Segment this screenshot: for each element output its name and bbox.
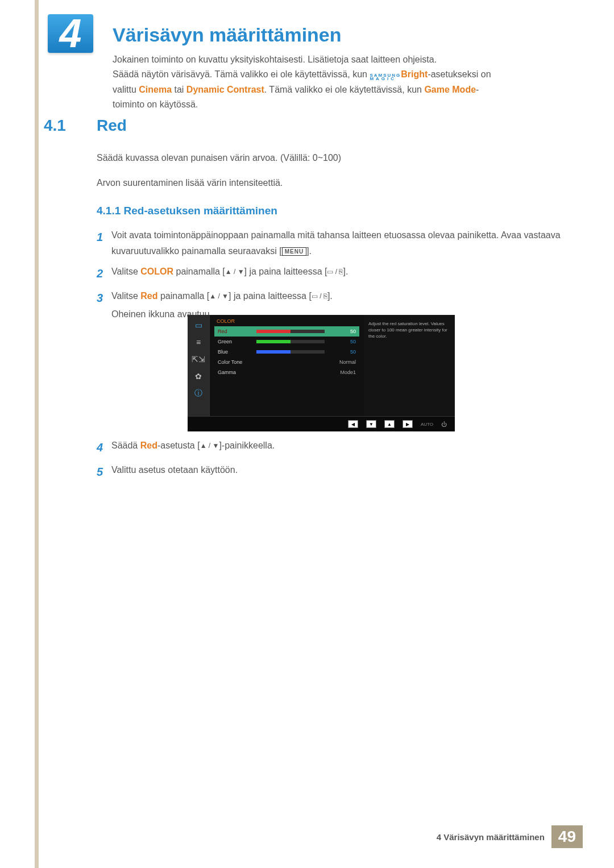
step-5: 5 Valittu asetus otetaan käyttöön. (97, 462, 563, 482)
osd-screenshot: ▭ ≡ ⇱⇲ ✿ ⓘ COLOR Red 50 Green 50 Blue 50… (188, 315, 455, 431)
osd-row-colortone: Color Tone Normal (214, 357, 359, 367)
subsection-title: 4.1.1 Red-asetuksen määrittäminen (97, 205, 277, 217)
chapter-title: Värisävyn määrittäminen (113, 24, 342, 46)
osd-panel-title: COLOR (214, 318, 359, 324)
info-icon: ⓘ (192, 388, 205, 399)
sidebar-strip (35, 0, 39, 868)
osd-row-blue: Blue 50 (214, 347, 359, 357)
chapter-intro: Jokainen toiminto on kuvattu yksityiskoh… (113, 52, 562, 113)
page-footer: 4 Värisävyn määrittäminen 49 (437, 825, 583, 848)
up-arrow-icon: ▲ (384, 420, 395, 428)
section-title: Red (97, 117, 127, 135)
osd-footer: ◀ ▼ ▲ ▶ AUTO ⏻ (188, 416, 455, 431)
power-icon: ⏻ (441, 421, 447, 427)
osd-sidebar: ▭ ≡ ⇱⇲ ✿ ⓘ (188, 315, 209, 416)
page-number: 49 (551, 825, 583, 848)
footer-chapter-label: 4 Värisävyn määrittäminen (437, 832, 551, 842)
right-arrow-icon: ▶ (403, 420, 413, 428)
enter-icon: ▭ / ⎘ (312, 290, 327, 302)
osd-row-gamma: Gamma Mode1 (214, 367, 359, 377)
osd-row-red: Red 50 (214, 326, 359, 337)
section-desc-2: Arvon suurentaminen lisää värin intensit… (97, 176, 563, 190)
osd-help-text: Adjust the red saturation level. Values … (364, 315, 455, 416)
enter-icon: ▭ / ⎘ (327, 266, 343, 278)
intro-line-3: valittu Cinema tai Dynamic Contrast. Täm… (113, 82, 562, 97)
osd-row-green: Green 50 (214, 337, 359, 347)
section-desc-1: Säädä kuvassa olevan punaisen värin arvo… (97, 151, 563, 165)
intro-line-4: toiminto on käytössä. (113, 97, 562, 112)
steps: 1 Voit avata toimintonäppäinoppaan paina… (97, 227, 563, 327)
list-icon: ≡ (192, 337, 205, 348)
left-arrow-icon: ◀ (348, 420, 358, 428)
step-2: 2 Valitse COLOR painamalla [▲ / ▼] ja pa… (97, 264, 563, 284)
monitor-icon: ▭ (192, 319, 205, 331)
gear-icon: ✿ (192, 371, 205, 382)
intro-line-2: Säädä näytön värisävyä. Tämä valikko ei … (113, 67, 562, 82)
updown-icon: ▲ / ▼ (225, 266, 244, 278)
steps-after: 4 Säädä Red-asetusta [▲ / ▼]-painikkeell… (97, 438, 563, 487)
resize-icon: ⇱⇲ (192, 354, 205, 365)
updown-icon: ▲ / ▼ (200, 440, 219, 452)
down-arrow-icon: ▼ (366, 420, 376, 428)
menu-key: MENU (282, 247, 306, 256)
green-slider (256, 340, 325, 343)
red-slider (256, 330, 325, 333)
chapter-number-badge: 4 (48, 14, 93, 53)
updown-icon: ▲ / ▼ (209, 290, 229, 302)
step-1: 1 Voit avata toimintonäppäinoppaan paina… (97, 227, 563, 259)
section-number: 4.1 (44, 117, 66, 135)
step-4: 4 Säädä Red-asetusta [▲ / ▼]-painikkeell… (97, 438, 563, 458)
intro-line-1: Jokainen toiminto on kuvattu yksityiskoh… (113, 52, 562, 67)
blue-slider (256, 350, 325, 354)
auto-label: AUTO (421, 422, 433, 427)
osd-main: COLOR Red 50 Green 50 Blue 50 Color Tone… (209, 315, 364, 416)
